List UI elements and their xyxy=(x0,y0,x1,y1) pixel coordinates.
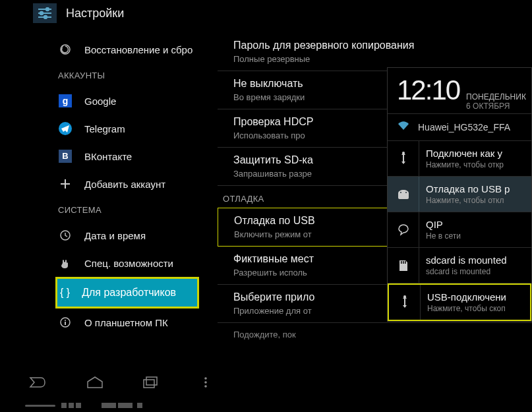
notification-title: sdcard is mounted xyxy=(426,254,525,266)
notification-title: USB-подключени xyxy=(427,291,523,303)
navigation-bar xyxy=(0,367,532,397)
svg-point-18 xyxy=(403,295,406,298)
sidebar-item-label: Спец. возможности xyxy=(84,258,173,269)
menu-button[interactable] xyxy=(192,373,219,392)
svg-point-13 xyxy=(400,192,401,193)
clock-day: ПОНЕДЕЛЬНИК xyxy=(466,92,526,102)
notification-subtitle: Нажмите, чтобы скоп xyxy=(427,304,523,313)
sidebar-item-developer-highlight: { } Для разработчиков xyxy=(55,277,199,309)
sidebar-item-vk[interactable]: B ВКонтакте xyxy=(58,142,218,170)
notification-qip[interactable]: QIP Не в сети xyxy=(388,212,531,248)
svg-point-3 xyxy=(46,8,49,11)
recent-apps-button[interactable] xyxy=(137,373,163,392)
sidebar-item-label: Google xyxy=(84,96,116,107)
sidebar-item-developer[interactable]: { } Для разработчиков xyxy=(57,279,197,307)
svg-rect-11 xyxy=(65,322,66,325)
notification-title: Отладка по USB р xyxy=(426,183,525,194)
settings-sidebar: Восстановление и сбро АККАУНТЫ g Google … xyxy=(7,26,218,366)
info-icon xyxy=(58,315,73,330)
google-icon: g xyxy=(58,94,73,108)
wifi-icon xyxy=(397,121,410,134)
svg-point-5 xyxy=(44,16,47,18)
braces-icon: { } xyxy=(60,287,70,299)
sidebar-item-add-account[interactable]: Добавить аккаунт xyxy=(58,170,218,198)
svg-rect-17 xyxy=(405,261,406,264)
notification-subtitle: Нажмите, чтобы откр xyxy=(426,160,525,169)
sidebar-item-datetime[interactable]: Дата и время xyxy=(58,221,218,249)
clock-icon xyxy=(58,228,73,243)
sidebar-section-accounts: АККАУНТЫ xyxy=(58,63,218,87)
notification-subtitle: Не в сети xyxy=(426,231,525,241)
setting-title: Пароль для резервного копирования xyxy=(233,40,532,51)
usb-icon xyxy=(388,141,419,176)
back-button[interactable] xyxy=(26,373,53,392)
sidebar-item-accessibility[interactable]: Спец. возможности xyxy=(58,249,218,277)
sidebar-item-label: О планшетном ПК xyxy=(84,317,168,328)
app-header: Настройки xyxy=(7,0,532,26)
svg-point-22 xyxy=(204,381,207,384)
qip-icon xyxy=(388,212,419,247)
sidebar-item-label: ВКонтакте xyxy=(84,151,132,162)
panel-wifi[interactable]: Huawei_HG532e_FFA xyxy=(388,114,531,141)
sidebar-item-label: Для разработчиков xyxy=(82,287,176,299)
sidebar-item-label: Восстановление и сбро xyxy=(84,44,192,55)
app-title: Настройки xyxy=(66,7,124,20)
sidebar-section-system: СИСТЕМА xyxy=(58,198,218,221)
svg-rect-20 xyxy=(146,377,157,385)
notification-subtitle: sdcard is mounted xyxy=(426,267,525,276)
svg-point-23 xyxy=(204,385,207,388)
sidebar-item-label: Telegram xyxy=(84,123,125,134)
wifi-name: Huawei_HG532e_FFA xyxy=(418,122,510,132)
panel-clock[interactable]: 12:10 ПОНЕДЕЛЬНИК 6 ОКТЯБРЯ xyxy=(388,68,531,114)
sidebar-item-google[interactable]: g Google xyxy=(58,87,218,115)
notification-usb-connection[interactable]: USB-подключени Нажмите, чтобы скоп xyxy=(388,283,531,321)
notification-usb-connected[interactable]: Подключен как у Нажмите, чтобы откр xyxy=(388,141,531,177)
sidebar-item-telegram[interactable]: Telegram xyxy=(58,115,218,142)
svg-point-14 xyxy=(405,192,407,193)
hand-icon xyxy=(58,256,73,270)
notification-subtitle: Нажмите, чтобы откл xyxy=(426,196,525,205)
notification-sdcard[interactable]: sdcard is mounted sdcard is mounted xyxy=(388,248,531,283)
sidebar-item-label: Дата и время xyxy=(84,230,146,241)
notification-title: QIP xyxy=(426,219,525,230)
svg-point-4 xyxy=(40,12,43,15)
sdcard-icon xyxy=(388,248,419,283)
notification-panel: 12:10 ПОНЕДЕЛЬНИК 6 ОКТЯБРЯ Huawei_HG532… xyxy=(387,67,532,322)
svg-point-12 xyxy=(402,152,405,154)
svg-point-21 xyxy=(204,377,207,380)
restore-icon xyxy=(58,42,73,57)
plus-icon xyxy=(58,177,73,191)
notification-usb-debug[interactable]: Отладка по USB р Нажмите, чтобы откл xyxy=(388,177,531,212)
settings-logo xyxy=(33,3,57,23)
clock-date: 6 ОКТЯБРЯ xyxy=(466,102,526,111)
sidebar-item-about[interactable]: О планшетном ПК xyxy=(58,309,218,336)
detail-footer: Подождите, пок xyxy=(218,323,532,339)
sidebar-item-label: Добавить аккаунт xyxy=(84,179,165,190)
setting-item-backup-password[interactable]: Пароль для резервного копирования Полные… xyxy=(218,33,532,71)
svg-rect-15 xyxy=(401,261,402,264)
status-bar[interactable] xyxy=(0,399,532,412)
sidebar-item-restore[interactable]: Восстановление и сбро xyxy=(58,36,218,63)
notification-title: Подключен как у xyxy=(426,148,525,159)
svg-rect-19 xyxy=(144,380,154,388)
telegram-icon xyxy=(58,121,73,136)
home-button[interactable] xyxy=(82,373,108,392)
setting-subtitle: Полные резервные xyxy=(233,54,532,64)
clock-time: 12:10 xyxy=(397,74,459,106)
usb-icon xyxy=(389,285,421,320)
svg-point-10 xyxy=(65,320,66,321)
android-icon xyxy=(388,177,419,212)
svg-rect-16 xyxy=(403,261,404,264)
vk-icon: B xyxy=(58,149,73,163)
